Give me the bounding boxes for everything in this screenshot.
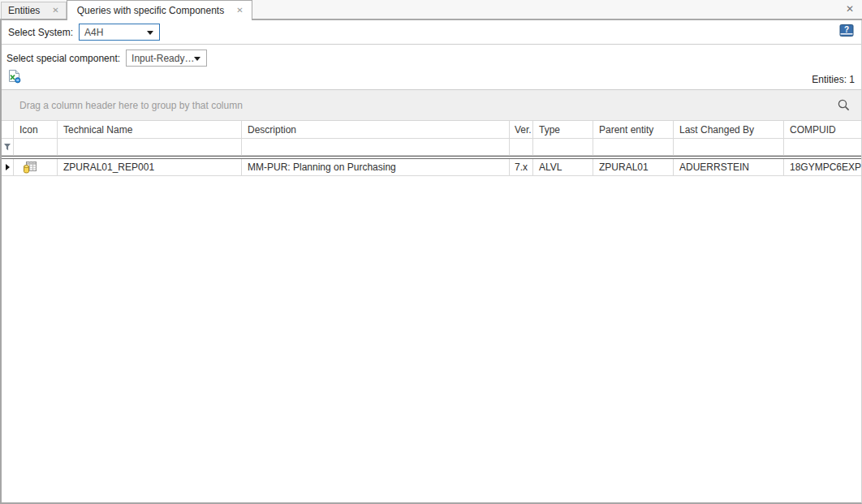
- filter-cell-icon[interactable]: [14, 139, 58, 156]
- filter-cell-type[interactable]: [533, 139, 593, 156]
- tab-close-icon[interactable]: ✕: [236, 6, 243, 15]
- tab-label: Queries with specific Components: [77, 5, 224, 16]
- group-by-panel[interactable]: Drag a column header here to group by th…: [2, 90, 861, 121]
- column-header-parent-entity[interactable]: Parent entity: [593, 121, 674, 138]
- filter-cell-last-changed-by[interactable]: [674, 139, 784, 156]
- row-indicator-cell: [2, 159, 14, 175]
- tab-entities[interactable]: Entities ✕: [1, 2, 67, 19]
- main-content: Select System: A4H ? Select special comp…: [0, 20, 862, 504]
- search-button[interactable]: [837, 98, 851, 112]
- help-button[interactable]: ?: [839, 24, 854, 37]
- group-by-hint: Drag a column header here to group by th…: [19, 100, 243, 111]
- chevron-down-icon: [194, 57, 200, 61]
- column-header-technical-name[interactable]: Technical Name: [58, 121, 242, 138]
- select-component-dropdown[interactable]: Input-Ready…: [126, 50, 207, 67]
- select-system-value: A4H: [84, 27, 103, 38]
- component-toolbar: Select special component: Input-Ready… E…: [2, 45, 861, 90]
- column-header-compuid[interactable]: COMPUID: [784, 121, 861, 138]
- excel-export-icon: [7, 69, 22, 84]
- tab-label: Entities: [8, 5, 40, 16]
- close-icon[interactable]: ✕: [846, 3, 854, 15]
- filter-funnel-icon: [3, 143, 11, 152]
- column-header-description[interactable]: Description: [242, 121, 510, 138]
- cell-ver[interactable]: 7.x: [510, 159, 533, 175]
- tab-queries-with-specific-components[interactable]: Queries with specific Components ✕: [67, 0, 252, 20]
- filter-cell-compuid[interactable]: [784, 139, 861, 156]
- column-header-icon[interactable]: Icon: [14, 121, 58, 138]
- export-to-excel-button[interactable]: [7, 69, 22, 84]
- svg-text:?: ?: [844, 25, 849, 34]
- column-header-type[interactable]: Type: [533, 121, 593, 138]
- query-grid-icon: [23, 161, 37, 174]
- filter-cell-description[interactable]: [242, 139, 510, 156]
- filter-cell-parent-entity[interactable]: [593, 139, 674, 156]
- select-component-value: Input-Ready…: [131, 53, 194, 64]
- tab-bar: Entities ✕ Queries with specific Compone…: [0, 0, 862, 20]
- cell-description[interactable]: MM-PUR: Planning on Purchasing: [242, 159, 510, 175]
- grid-empty-area: [2, 176, 861, 502]
- row-indicator-header: [2, 121, 14, 138]
- filter-row-indicator: [2, 139, 14, 156]
- cell-parent-entity[interactable]: ZPURAL01: [593, 159, 674, 175]
- chevron-down-icon: [147, 31, 153, 35]
- application-window: Entities ✕ Queries with specific Compone…: [0, 0, 862, 504]
- column-header-ver[interactable]: Ver.: [510, 121, 533, 138]
- grid-filter-row: [2, 139, 861, 156]
- filter-cell-ver[interactable]: [510, 139, 533, 156]
- row-focus-arrow-icon: [6, 164, 10, 170]
- select-system-label: Select System:: [8, 27, 73, 38]
- cell-technical-name[interactable]: ZPURAL01_REP001: [58, 159, 242, 175]
- cell-compuid[interactable]: 18GYMPC6EXPR…: [784, 159, 861, 175]
- filter-cell-technical-name[interactable]: [58, 139, 242, 156]
- select-system-dropdown[interactable]: A4H: [79, 24, 160, 41]
- tab-close-icon[interactable]: ✕: [52, 6, 58, 15]
- help-icon: ?: [839, 24, 854, 37]
- grid-header-row: Icon Technical Name Description Ver. Typ…: [2, 121, 861, 139]
- cell-icon[interactable]: [14, 159, 58, 175]
- select-component-label: Select special component:: [6, 53, 120, 64]
- search-icon: [837, 98, 851, 112]
- cell-type[interactable]: ALVL: [533, 159, 593, 175]
- entities-count-label: Entities: 1: [812, 74, 855, 85]
- cell-last-changed-by[interactable]: ADUERRSTEIN: [674, 159, 784, 175]
- column-header-last-changed-by[interactable]: Last Changed By: [674, 121, 784, 138]
- system-toolbar: Select System: A4H ?: [2, 20, 861, 45]
- table-row[interactable]: ZPURAL01_REP001 MM-PUR: Planning on Purc…: [2, 159, 861, 176]
